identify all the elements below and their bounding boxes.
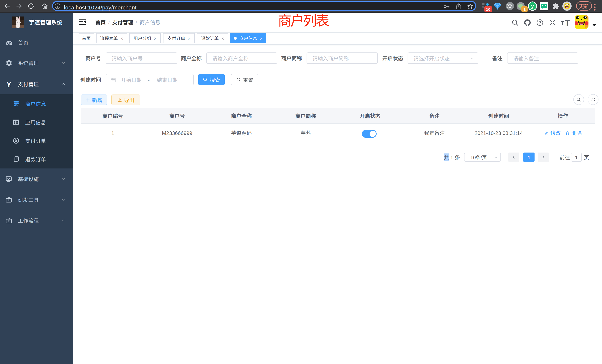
svg-text:y: y bbox=[531, 3, 534, 9]
